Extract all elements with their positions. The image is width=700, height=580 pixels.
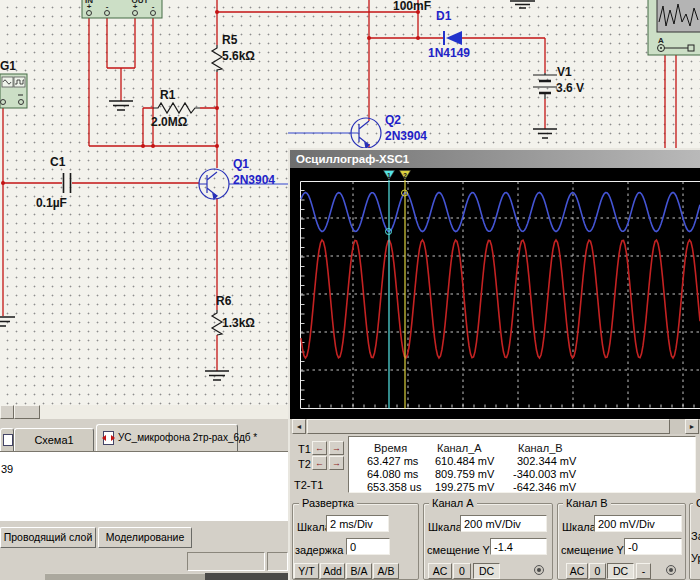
channel-a-trace	[301, 240, 700, 358]
channel-a-group-label: Канал А	[429, 497, 477, 509]
channel-b-zero-button[interactable]: 0	[589, 563, 606, 579]
yt-mode-button[interactable]: Y/T	[294, 563, 319, 579]
r1-value[interactable]: 2.0MΩ	[151, 115, 188, 129]
channel-b-dc-button[interactable]: DC	[607, 563, 634, 579]
t1-channel-b: 302.344 mV	[517, 455, 576, 467]
timebase-xpos-field[interactable]	[346, 538, 390, 555]
scope-scroll-thumb[interactable]	[307, 419, 670, 434]
col-header-channel-b: Канал_B	[518, 442, 563, 454]
channel-a-zero-button[interactable]: 0	[453, 563, 471, 579]
t2-left-button[interactable]: ←	[312, 456, 327, 470]
v1-value[interactable]: 3.6 V	[556, 81, 584, 95]
delta-channel-a: 199.275 mV	[435, 481, 494, 493]
resistor-r1[interactable]	[153, 103, 200, 113]
document-icon	[3, 434, 13, 446]
connector-block[interactable]: IN OUT + - + -	[82, 0, 162, 18]
delta-channel-b: -642.346 mV	[513, 481, 576, 493]
screen-grid	[301, 182, 700, 409]
tab-label: Моделирование	[106, 531, 185, 543]
q1-label[interactable]: Q1	[233, 157, 249, 171]
t1-left-button[interactable]: ←	[312, 441, 327, 455]
g1-label: G1	[0, 59, 16, 73]
terminal-a-label: A	[658, 36, 664, 45]
oscilloscope-hscrollbar[interactable]: ◄ ►	[290, 419, 700, 434]
diode-d1[interactable]	[444, 31, 462, 45]
timebase-group-label: Развертка	[299, 497, 357, 509]
oscilloscope-instrument-icon[interactable]: A	[648, 0, 700, 55]
delta-time: 653.358 us	[367, 481, 421, 493]
scroll-thumb[interactable]	[14, 405, 40, 419]
scope-scroll-right-button[interactable]: ►	[685, 419, 699, 434]
trigger-label-2: Ур	[691, 552, 700, 564]
svg-text:+: +	[133, 2, 138, 11]
resistor-r5[interactable]	[212, 45, 222, 72]
c1-label[interactable]: C1	[50, 155, 66, 169]
transistor-q1[interactable]	[199, 169, 229, 199]
r1-label[interactable]: R1	[160, 88, 176, 102]
r6-value[interactable]: 1.3kΩ	[222, 316, 255, 330]
results-pane[interactable]: 39	[0, 451, 288, 521]
channel-b-ac-button[interactable]: AC	[566, 563, 588, 579]
c-top-value[interactable]: 100mF	[393, 0, 431, 13]
r5-label[interactable]: R5	[222, 33, 238, 47]
battery-v1[interactable]	[533, 73, 557, 99]
channel-b-color-radio[interactable]	[666, 565, 676, 575]
channel-a-color-radio[interactable]	[534, 565, 544, 575]
window-title: Осциллограф-XSC1	[296, 153, 409, 165]
trigger-label-1: За	[691, 530, 700, 542]
t1-right-button[interactable]: →	[329, 441, 344, 455]
svg-text:-: -	[152, 2, 155, 11]
t2-channel-a: 809.759 mV	[435, 468, 494, 480]
channel-b-minus-button[interactable]: -	[636, 563, 651, 579]
q1-value[interactable]: 2N3904	[233, 173, 275, 187]
channel-a-scale-field[interactable]	[460, 515, 547, 532]
status-box-2	[267, 552, 288, 571]
channel-a-ac-button[interactable]: AC	[428, 563, 452, 579]
add-mode-button[interactable]: Add	[320, 563, 345, 579]
sheet-tab-fragment[interactable]	[0, 428, 14, 451]
bottom-left-panel: Схема1 УС_микрофона 2тр-рах_6дб * 39 Про…	[0, 405, 288, 580]
oscilloscope-titlebar[interactable]: Осциллограф-XSC1	[290, 150, 700, 168]
channel-a-scale-label: Шкала	[428, 521, 462, 533]
tab-simulation[interactable]: Моделирование	[98, 527, 192, 548]
q2-value[interactable]: 2N3904	[385, 129, 427, 143]
v1-label[interactable]: V1	[557, 65, 572, 79]
r5-value[interactable]: 5.6kΩ	[222, 49, 255, 63]
channel-a-ypos-label: смещение Y	[427, 544, 490, 556]
channel-a-ypos-field[interactable]	[490, 538, 547, 555]
svg-text:-: -	[106, 2, 109, 11]
cursor-number-1: 1	[387, 172, 391, 179]
resistor-r6[interactable]	[212, 310, 222, 335]
c1-value[interactable]: 0.1µF	[36, 196, 67, 210]
sheet-tab-label: УС_микрофона 2тр-рах_6дб *	[118, 432, 257, 443]
d1-label[interactable]: D1	[436, 9, 452, 23]
screen-frame	[301, 182, 700, 409]
q2-label[interactable]: Q2	[385, 113, 401, 127]
channel-a-dc-button[interactable]: DC	[473, 563, 500, 579]
timebase-scale-field[interactable]	[326, 515, 389, 532]
d1-value[interactable]: 1N4149	[428, 46, 470, 60]
col-header-time: Время	[374, 442, 407, 454]
channel-b-trace	[301, 193, 700, 232]
function-generator-g1[interactable]: G1	[0, 59, 27, 108]
channel-b-scale-label: Шкала	[562, 521, 596, 533]
channel-b-group-label: Канал В	[563, 497, 611, 509]
t2-channel-b: -340.003 mV	[513, 468, 576, 480]
r6-label[interactable]: R6	[216, 294, 232, 308]
sheet-tab-active[interactable]: УС_микрофона 2тр-рах_6дб *	[96, 424, 238, 451]
oscilloscope-screen[interactable]: 12	[300, 170, 700, 409]
channel-b-ypos-field[interactable]	[624, 538, 682, 555]
capacitor-c1[interactable]	[64, 173, 71, 193]
t2-right-button[interactable]: →	[329, 456, 344, 470]
ba-mode-button[interactable]: B/A	[346, 563, 372, 579]
status-box-1	[187, 552, 265, 571]
ab-mode-button[interactable]: A/B	[373, 563, 399, 579]
scroll-left-button[interactable]	[0, 405, 14, 419]
tab-conductive-layer[interactable]: Проводящий слой	[0, 527, 96, 548]
scope-scroll-left-button[interactable]: ◄	[292, 419, 306, 434]
channel-b-scale-field[interactable]	[594, 515, 682, 532]
schematic-hscrollbar[interactable]	[0, 405, 288, 419]
t2-t1-label: T2-T1	[294, 479, 323, 491]
tab-label: Проводящий слой	[4, 531, 93, 543]
sheet-tab-schema1[interactable]: Схема1	[14, 428, 94, 451]
